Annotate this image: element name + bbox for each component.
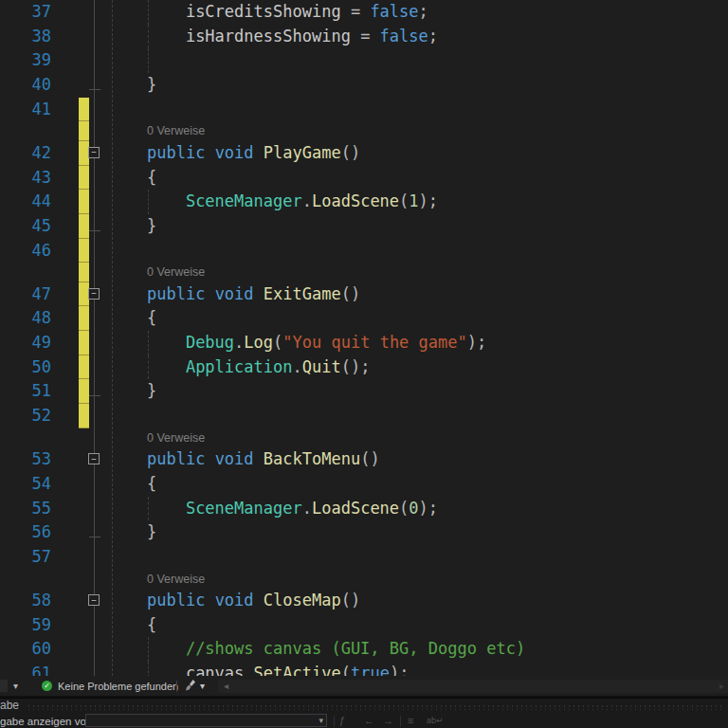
line-number[interactable]: 46 [0,239,51,264]
code-cleanup-broom-icon[interactable] [184,679,197,692]
line-number[interactable]: 59 [0,613,51,638]
code-token [108,357,186,376]
code-text[interactable]: { [108,472,156,497]
divider [176,681,177,692]
line-number[interactable]: 56 [0,520,51,545]
line-number[interactable]: 47 [0,282,51,307]
line-number[interactable]: 57 [0,545,51,570]
scroll-right-icon[interactable]: ▸ [719,680,724,693]
code-text[interactable]: } [108,73,156,98]
editor-bottom-strip: ▾ ✓ Keine Probleme gefunden ▾ ◂ ▸ [0,676,728,696]
codelens-references[interactable]: 0 Verweise [147,570,205,589]
codelens-references[interactable]: 0 Verweise [147,428,205,447]
code-text[interactable]: public void CloseMap() [108,589,360,613]
output-panel-title: abe [0,699,19,714]
line-number[interactable]: 52 [0,404,51,428]
code-text[interactable]: public void BackToMenu() [108,447,380,472]
code-token: SceneManager [186,499,302,518]
line-number[interactable]: 53 [0,447,51,472]
line-number[interactable]: 43 [0,166,51,191]
codelens-references[interactable]: 0 Verweise [147,263,205,282]
output-source-dropdown[interactable]: ▾ [85,714,327,727]
horizontal-scrollbar[interactable]: ◂ ▸ [218,680,728,693]
line-number[interactable]: 42 [0,141,51,166]
code-text[interactable]: //shows canvas (GUI, BG, Doggo etc) [108,637,525,662]
fold-minus-icon: − [91,596,96,605]
code-text[interactable]: public void ExitGame() [108,282,360,307]
code-line: 37 isCreditsShowing = false; [0,0,728,25]
code-text[interactable]: } [108,520,156,545]
show-output-from-label: gabe anzeigen von: [0,714,95,728]
word-wrap-icon[interactable]: ab↵ [427,714,444,728]
line-number[interactable]: 51 [0,379,51,404]
line-number[interactable]: 48 [0,306,51,331]
code-token: ); [419,499,438,518]
chevron-down-icon[interactable]: ▾ [13,676,18,696]
code-token: ( [399,499,409,518]
code-text[interactable]: } [108,214,156,239]
fold-collapse-button[interactable]: − [88,147,100,158]
code-token: ); [467,333,486,352]
code-text[interactable]: canvas.SetActive(true); [108,662,409,676]
code-token: ExitGame [264,284,341,303]
code-text[interactable]: SceneManager.LoadScene(1); [108,190,438,214]
code-text[interactable]: isCreditsShowing = false; [108,0,428,25]
line-number[interactable]: 38 [0,25,51,49]
change-bar [79,355,89,380]
output-toolbar: gabe anzeigen von: ▾ ƒ ← → ≡ ab↵ [0,714,728,728]
change-bar [79,404,89,428]
code-text[interactable]: public void PlayGame() [108,141,360,166]
code-text[interactable]: SceneManager.LoadScene(0); [108,497,438,521]
line-number[interactable]: 50 [0,355,51,380]
line-number[interactable]: 44 [0,190,51,214]
change-bar [79,263,89,282]
code-token: ); [419,191,438,210]
fold-collapse-button[interactable]: − [88,288,100,300]
code-token [254,591,264,610]
change-bar [79,239,89,264]
chevron-down-icon[interactable]: ▾ [200,676,205,696]
line-number[interactable]: 37 [0,0,51,25]
scroll-left-icon[interactable]: ◂ [224,680,228,693]
code-text[interactable]: Debug.Log("You quit the game"); [108,331,486,355]
code-token: void [215,449,254,468]
code-token: { [108,474,156,493]
fold-collapse-button[interactable]: − [88,594,100,606]
document-health-indicator[interactable]: ✓ Keine Probleme gefunden [42,676,178,696]
code-text[interactable]: Application.Quit(); [108,355,370,380]
code-token: LoadScene [312,499,399,518]
code-text[interactable]: { [108,166,156,191]
divider [400,716,401,727]
clear-all-icon[interactable]: ≡ [408,714,413,728]
code-token: } [108,381,156,400]
code-text[interactable]: { [108,613,156,638]
line-number[interactable]: 40 [0,73,51,98]
code-token: ( [399,191,409,210]
line-number[interactable]: 55 [0,497,51,521]
line-number[interactable]: 60 [0,637,51,662]
code-text[interactable]: isHardnessShowing = false; [108,25,438,49]
code-line: 60 //shows canvas (GUI, BG, Doggo etc) [0,637,728,662]
find-message-icon[interactable]: ƒ [339,714,345,728]
code-line: 54 { [0,472,728,497]
code-token: void [215,591,254,610]
code-line: 39 [0,48,728,73]
fold-collapse-button[interactable]: − [88,453,100,464]
codelens-references[interactable]: 0 Verweise [147,121,205,140]
line-number[interactable]: 54 [0,472,51,497]
code-text[interactable]: } [108,379,156,404]
next-message-icon[interactable]: → [383,714,393,728]
line-number[interactable]: 41 [0,98,51,122]
line-number[interactable]: 45 [0,214,51,239]
line-number[interactable]: 61 [0,662,51,676]
zoom-dropdown-partial[interactable] [0,680,8,692]
fold-minus-icon: − [91,148,96,156]
line-number[interactable]: 39 [0,48,51,73]
line-number[interactable]: 49 [0,331,51,355]
code-token: public [147,591,205,610]
code-text[interactable]: { [108,306,156,331]
line-number[interactable]: 58 [0,589,51,613]
previous-message-icon[interactable]: ← [364,714,374,728]
code-token: ; [419,2,428,21]
code-editor[interactable]: 37 isCreditsShowing = false;38 isHardnes… [0,0,728,676]
